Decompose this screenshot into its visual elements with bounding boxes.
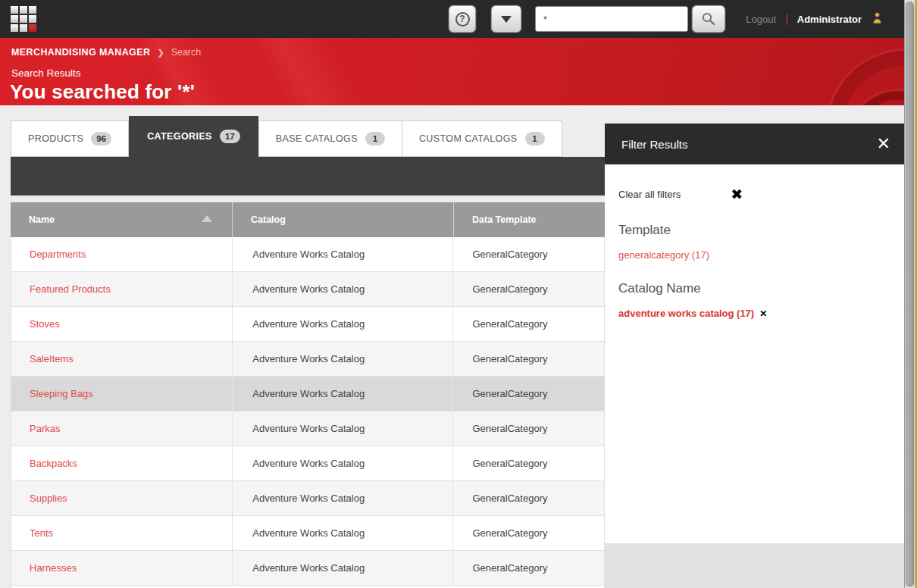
tab-products[interactable]: PRODUCTS 96 [11, 120, 129, 157]
help-icon: ? [455, 12, 470, 27]
cell-data-template: GeneralCategory [452, 272, 604, 306]
breadcrumb-root[interactable]: MERCHANDISING MANAGER [11, 47, 150, 58]
remove-filter-icon[interactable]: ✕ [759, 308, 767, 319]
tab-custom-catalogs[interactable]: CUSTOM CATALOGS 1 [402, 120, 562, 157]
row-name-link[interactable]: Parkas [30, 423, 60, 434]
cell-data-template: GeneralCategory [452, 516, 604, 550]
column-header-data-template[interactable]: Data Template [453, 202, 605, 237]
sort-ascending-icon [202, 215, 212, 222]
table-row[interactable]: Tents Adventure Works Catalog GeneralCat… [11, 516, 604, 551]
row-template: GeneralCategory [472, 318, 547, 330]
close-icon[interactable]: ✕ [877, 136, 890, 152]
tab-count-badge: 96 [91, 132, 111, 145]
column-label: Catalog [251, 214, 286, 225]
clear-all-filters-link[interactable]: Clear all filters [618, 189, 681, 200]
filter-panel-body: Clear all filters ✖ Template generalcate… [605, 164, 907, 335]
table-header: Name Catalog Data Template [11, 202, 605, 237]
tab-categories[interactable]: CATEGORIES 17 [129, 116, 258, 157]
cell-name: Featured Products [11, 272, 232, 306]
tab-label: CUSTOM CATALOGS [419, 133, 518, 144]
cell-catalog: Adventure Works Catalog [232, 446, 452, 480]
row-template: GeneralCategory [472, 458, 547, 469]
row-template: GeneralCategory [472, 353, 547, 364]
cell-data-template: GeneralCategory [452, 377, 604, 411]
results-table: Name Catalog Data Template Departments A… [11, 202, 605, 588]
search-button[interactable] [692, 5, 725, 33]
breadcrumb-current: Search [171, 47, 202, 58]
row-name-link[interactable]: SaleItems [30, 353, 74, 364]
current-user-link[interactable]: Administrator [797, 14, 862, 25]
row-template: GeneralCategory [472, 562, 547, 574]
table-row[interactable]: Stoves Adventure Works Catalog GeneralCa… [11, 307, 604, 342]
row-catalog: Adventure Works Catalog [252, 318, 365, 330]
tab-label: PRODUCTS [28, 133, 83, 144]
topbar-controls: ? [449, 0, 725, 38]
filter-section-heading-template: Template [618, 223, 894, 238]
table-row[interactable]: Featured Products Adventure Works Catalo… [11, 272, 604, 307]
filter-results-panel: Filter Results ✕ Clear all filters ✖ Tem… [605, 124, 907, 543]
row-name-link[interactable]: Departments [30, 249, 86, 260]
help-button[interactable]: ? [449, 5, 476, 33]
tab-label: CATEGORIES [147, 131, 212, 142]
user-icon [872, 11, 882, 27]
cell-data-template: GeneralCategory [452, 411, 604, 446]
filter-value-catalog-name[interactable]: adventure works catalog (17) [618, 308, 754, 319]
cell-data-template: GeneralCategory [452, 307, 604, 341]
below-panel-background [605, 543, 907, 588]
row-catalog: Adventure Works Catalog [252, 423, 365, 434]
row-template: GeneralCategory [472, 527, 547, 539]
logout-link[interactable]: Logout [746, 14, 776, 25]
row-name-link[interactable]: Backpacks [30, 458, 77, 469]
cell-catalog: Adventure Works Catalog [232, 307, 452, 341]
cell-name: Stoves [11, 307, 232, 341]
logo-tile [20, 24, 27, 32]
chevron-down-icon [501, 16, 512, 23]
app-logo[interactable] [11, 6, 36, 32]
row-name-link[interactable]: Harnesses [30, 562, 77, 574]
table-row[interactable]: Backpacks Adventure Works Catalog Genera… [11, 446, 604, 481]
table-row[interactable]: Parkas Adventure Works Catalog GeneralCa… [11, 411, 604, 446]
logo-tile [20, 15, 27, 23]
table-row[interactable]: Supplies Adventure Works Catalog General… [11, 481, 604, 516]
table-body: Departments Adventure Works Catalog Gene… [11, 237, 605, 586]
tab-count-badge: 17 [220, 130, 240, 143]
cell-data-template: GeneralCategory [452, 237, 604, 271]
cell-name: SaleItems [11, 342, 232, 376]
table-row[interactable]: Sleeping Bags Adventure Works Catalog Ge… [11, 377, 604, 411]
search-icon [701, 11, 716, 27]
column-label: Data Template [472, 214, 537, 225]
row-name-link[interactable]: Stoves [30, 318, 60, 330]
row-template: GeneralCategory [472, 423, 547, 434]
logo-tile [29, 6, 36, 14]
row-name-link[interactable]: Tents [30, 527, 53, 539]
clear-filters-x-icon[interactable]: ✖ [731, 186, 743, 203]
logo-tile [29, 15, 36, 23]
cell-catalog: Adventure Works Catalog [232, 516, 452, 550]
page-banner: MERCHANDISING MANAGER ❯ Search Search Re… [0, 38, 917, 105]
column-header-name[interactable]: Name [11, 202, 232, 237]
tab-base-catalogs[interactable]: BASE CATALOGS 1 [258, 120, 402, 157]
row-name-link[interactable]: Featured Products [30, 283, 111, 295]
table-row[interactable]: SaleItems Adventure Works Catalog Genera… [11, 342, 604, 377]
row-template: GeneralCategory [472, 388, 547, 399]
cell-name: Tents [11, 516, 232, 550]
table-row[interactable]: Departments Adventure Works Catalog Gene… [11, 237, 604, 272]
vertical-scrollbar[interactable] [904, 0, 917, 588]
search-input[interactable] [535, 6, 688, 32]
scrollbar-thumb[interactable] [906, 2, 914, 586]
search-scope-dropdown[interactable] [491, 5, 521, 33]
tab-count-badge: 1 [525, 132, 545, 145]
row-catalog: Adventure Works Catalog [252, 283, 365, 295]
cell-catalog: Adventure Works Catalog [232, 237, 452, 271]
cell-name: Departments [11, 237, 232, 271]
row-name-link[interactable]: Sleeping Bags [30, 388, 93, 399]
row-name-link[interactable]: Supplies [30, 493, 67, 504]
filter-panel-title: Filter Results [621, 138, 688, 151]
cell-name: Harnesses [11, 551, 232, 585]
tab-count-badge: 1 [365, 132, 385, 145]
logo-tile [11, 15, 18, 23]
table-row[interactable]: Harnesses Adventure Works Catalog Genera… [11, 551, 604, 586]
filter-value-template[interactable]: generalcategory (17) [618, 249, 709, 261]
cell-catalog: Adventure Works Catalog [232, 551, 452, 585]
column-header-catalog[interactable]: Catalog [232, 202, 453, 237]
